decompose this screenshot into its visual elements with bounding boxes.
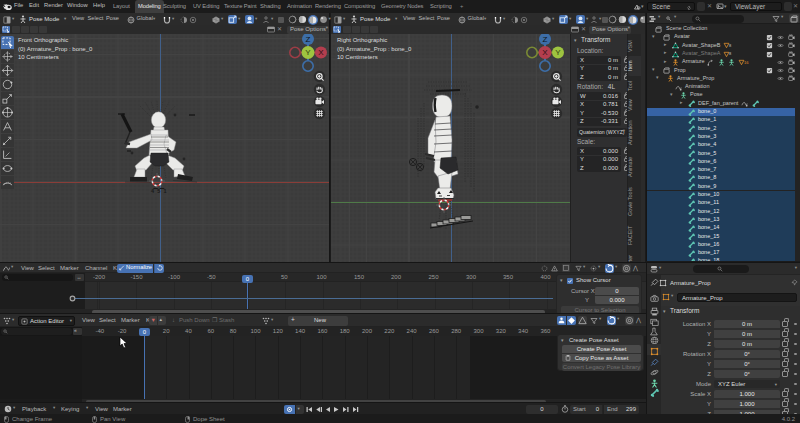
svg-text:Z: Z (543, 35, 548, 44)
svg-text:Y: Y (555, 48, 561, 57)
svg-text:X: X (542, 48, 548, 57)
svg-text:X: X (318, 48, 324, 57)
svg-text:Z: Z (306, 35, 311, 44)
svg-text:Y: Y (305, 48, 311, 57)
